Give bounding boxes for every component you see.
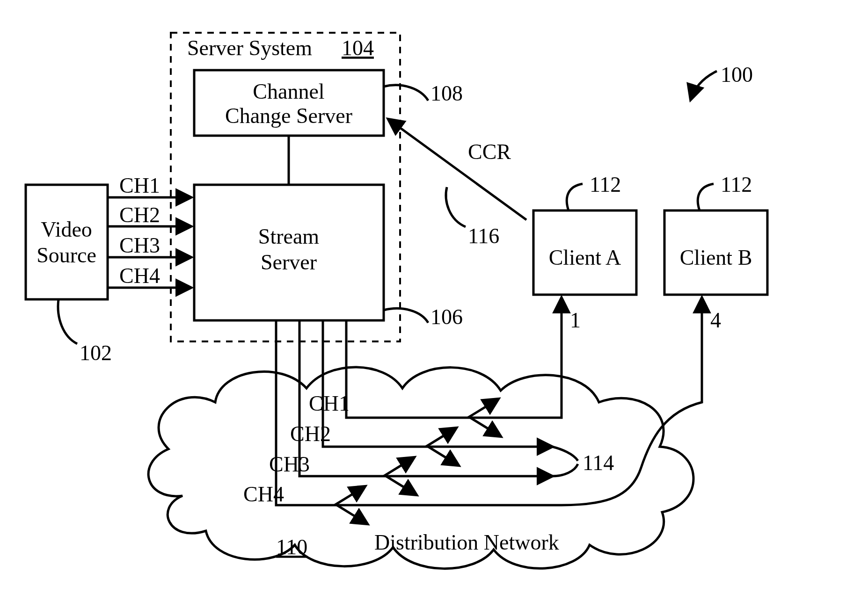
channel-change-server-l1: Channel xyxy=(253,80,324,103)
video-source-ref: 102 xyxy=(80,341,112,365)
ccs-ref: 108 xyxy=(430,81,463,105)
video-source-leader xyxy=(58,299,77,344)
dist-ch2-label: CH2 xyxy=(290,422,331,446)
ch2-label: CH2 xyxy=(119,203,160,227)
ccr-label: CCR xyxy=(468,140,511,164)
client-a-ref: 112 xyxy=(590,173,621,196)
ccs-ref-leader xyxy=(384,85,428,101)
fanout-ref: 114 xyxy=(583,451,614,475)
stream-server-l2: Server xyxy=(261,250,317,274)
server-system-ref: 104 xyxy=(342,36,374,60)
client-b-label: Client B xyxy=(680,246,752,269)
distribution-network-label: Distribution Network xyxy=(374,530,559,554)
stream-ref: 106 xyxy=(430,305,463,329)
ch3-label: CH3 xyxy=(119,233,160,257)
dist-ch4-label: CH4 xyxy=(243,482,284,506)
server-system-title: Server System xyxy=(187,36,312,60)
figure-ref-arrow xyxy=(691,71,717,100)
distribution-network-ref: 110 xyxy=(276,535,307,559)
video-source-l2: Source xyxy=(36,243,96,267)
client-a-label: Client A xyxy=(549,246,621,269)
video-source-box xyxy=(26,185,108,299)
figure-ref: 100 xyxy=(721,63,753,87)
delivered-a: 1 xyxy=(570,308,581,332)
ccr-ref-leader xyxy=(446,187,466,227)
channel-change-server-l2: Change Server xyxy=(225,104,352,128)
dist-ch1-label: CH1 xyxy=(309,391,350,415)
ch1-label: CH1 xyxy=(119,174,160,197)
stream-server-l1: Stream xyxy=(258,225,320,248)
video-source-l1: Video xyxy=(41,217,92,241)
delivered-b: 4 xyxy=(710,308,721,332)
ccr-arrow xyxy=(388,119,526,220)
stream-ref-leader xyxy=(384,308,428,323)
client-b-ref: 112 xyxy=(721,173,752,196)
client-a-leader xyxy=(567,184,583,210)
client-b-leader xyxy=(698,184,714,210)
ch4-label: CH4 xyxy=(119,264,160,288)
ccr-ref: 116 xyxy=(468,224,499,248)
